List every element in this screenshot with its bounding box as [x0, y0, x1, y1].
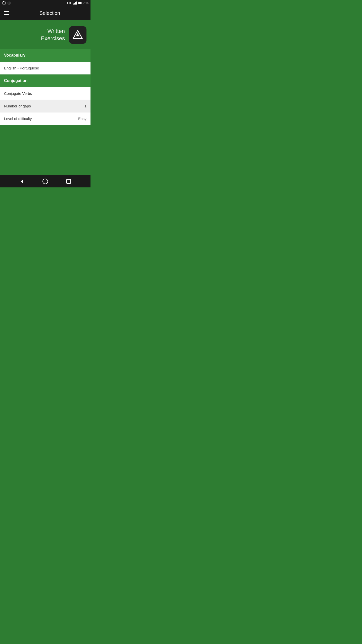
status-bar-right: LTE 7:16 — [67, 1, 88, 5]
android-icon — [7, 1, 11, 5]
number-of-gaps-label: Number of gaps — [4, 104, 31, 108]
svg-rect-0 — [3, 2, 6, 4]
written-exercises-text: Written Exercises — [41, 28, 65, 42]
menu-button[interactable] — [4, 11, 9, 15]
svg-rect-4 — [73, 4, 74, 5]
number-of-gaps-row[interactable]: Number of gaps 1 — [0, 100, 90, 112]
page-title: Selection — [13, 10, 86, 16]
conjugation-section: Conjugation — [0, 74, 90, 87]
level-label: Level of difficulty — [4, 116, 32, 121]
app-header: Selection — [0, 6, 90, 20]
svg-rect-6 — [75, 2, 76, 5]
level-value: Easy — [78, 116, 86, 121]
navigation-bar — [0, 175, 90, 187]
recent-square-icon — [66, 179, 71, 184]
svg-rect-1 — [3, 1, 4, 2]
svg-rect-10 — [78, 2, 81, 4]
status-bar: LTE 7:16 — [0, 0, 90, 6]
recent-button[interactable] — [64, 177, 73, 186]
back-button[interactable] — [17, 177, 26, 186]
app-logo — [69, 26, 86, 44]
level-of-difficulty-row[interactable]: Level of difficulty Easy — [0, 112, 90, 125]
vocabulary-title: Vocabulary — [4, 53, 86, 58]
conjugate-verbs-row[interactable]: Conjugate Verbs — [0, 87, 90, 100]
svg-rect-9 — [81, 3, 82, 4]
svg-point-3 — [9, 3, 10, 4]
vocabulary-section: Vocabulary — [0, 49, 90, 62]
battery-icon — [78, 1, 82, 5]
sim-icon — [2, 1, 6, 5]
bottom-area — [0, 125, 90, 175]
conjugate-verbs-label: Conjugate Verbs — [4, 91, 86, 96]
time-display: 7:16 — [83, 2, 88, 5]
written-exercises-section: Written Exercises — [0, 20, 90, 49]
home-circle-icon — [42, 179, 48, 184]
signal-icon — [73, 1, 77, 5]
home-button[interactable] — [41, 177, 50, 186]
svg-rect-5 — [74, 3, 75, 5]
conjugation-title: Conjugation — [4, 78, 86, 83]
english-portuguese-row[interactable]: English - Portuguese — [0, 62, 90, 74]
number-of-gaps-value: 1 — [84, 104, 86, 108]
svg-rect-7 — [76, 2, 77, 5]
status-bar-left — [2, 1, 11, 5]
svg-marker-14 — [21, 179, 23, 183]
lte-label: LTE — [67, 2, 72, 5]
written-line2: Exercises — [41, 35, 65, 42]
written-line1: Written — [41, 28, 65, 35]
english-portuguese-label: English - Portuguese — [4, 66, 86, 70]
